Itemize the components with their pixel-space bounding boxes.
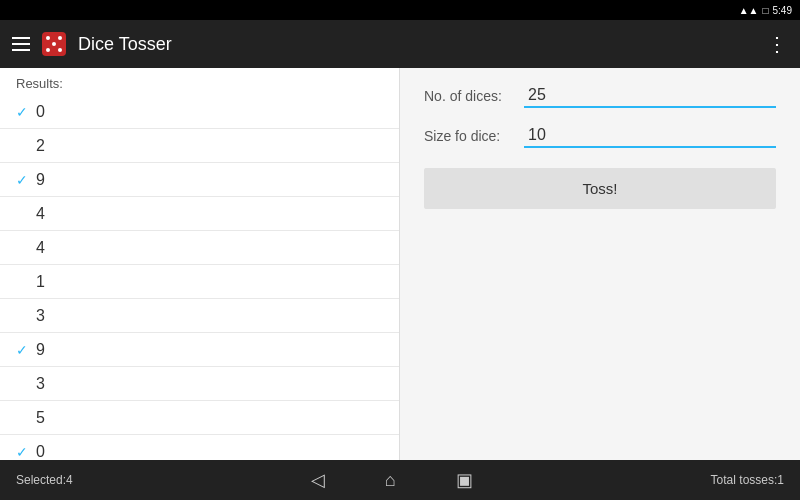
svg-point-5 (52, 42, 56, 46)
bottom-bar: Selected:4 ◁ ⌂ ▣ Total tosses:1 (0, 460, 800, 500)
svg-point-3 (46, 48, 50, 52)
result-item[interactable]: ✓0 (0, 435, 399, 460)
result-value: 1 (36, 273, 45, 291)
result-item[interactable]: 4 (0, 197, 399, 231)
menu-button[interactable] (12, 37, 30, 51)
result-item[interactable]: ✓9 (0, 333, 399, 367)
check-icon: ✓ (16, 104, 32, 120)
time-display: 5:49 (773, 5, 792, 16)
result-item[interactable]: 3 (0, 299, 399, 333)
result-value: 3 (36, 375, 45, 393)
controls-panel: No. of dices: Size fo dice: Toss! (400, 68, 800, 460)
app-icon (40, 30, 68, 58)
result-value: 4 (36, 239, 45, 257)
bottom-nav: ◁ ⌂ ▣ (73, 469, 711, 491)
more-options-button[interactable]: ⋮ (767, 32, 788, 56)
result-item[interactable]: ✓0 (0, 95, 399, 129)
recent-button[interactable]: ▣ (456, 469, 473, 491)
size-dices-row: Size fo dice: (424, 124, 776, 148)
svg-point-4 (58, 48, 62, 52)
total-tosses-status: Total tosses:1 (711, 473, 784, 487)
results-list: ✓02✓94413✓935✓0341 (0, 95, 399, 460)
home-button[interactable]: ⌂ (385, 470, 396, 491)
result-value: 3 (36, 307, 45, 325)
result-item[interactable]: 3 (0, 367, 399, 401)
selected-status: Selected:4 (16, 473, 73, 487)
num-dices-input[interactable] (524, 84, 776, 108)
result-value: 2 (36, 137, 45, 155)
result-value: 0 (36, 443, 45, 461)
wifi-icon: □ (762, 5, 768, 16)
num-dices-label: No. of dices: (424, 88, 524, 104)
size-dices-input[interactable] (524, 124, 776, 148)
result-value: 0 (36, 103, 45, 121)
result-value: 4 (36, 205, 45, 223)
result-value: 9 (36, 171, 45, 189)
size-dices-label: Size fo dice: (424, 128, 524, 144)
result-item[interactable]: 1 (0, 265, 399, 299)
toss-button[interactable]: Toss! (424, 168, 776, 209)
svg-point-2 (58, 36, 62, 40)
status-bar: ▲▲ □ 5:49 (0, 0, 800, 20)
result-value: 9 (36, 341, 45, 359)
signal-icon: ▲▲ (739, 5, 759, 16)
result-value: 5 (36, 409, 45, 427)
app-title: Dice Tosser (78, 34, 172, 55)
result-item[interactable]: 4 (0, 231, 399, 265)
check-icon: ✓ (16, 342, 32, 358)
back-button[interactable]: ◁ (311, 469, 325, 491)
check-icon: ✓ (16, 172, 32, 188)
main-content: Results: ✓02✓94413✓935✓0341 No. of dices… (0, 68, 800, 460)
results-header: Results: (0, 68, 399, 95)
svg-point-1 (46, 36, 50, 40)
app-bar: Dice Tosser ⋮ (0, 20, 800, 68)
results-panel: Results: ✓02✓94413✓935✓0341 (0, 68, 400, 460)
num-dices-row: No. of dices: (424, 84, 776, 108)
check-icon: ✓ (16, 444, 32, 460)
result-item[interactable]: 5 (0, 401, 399, 435)
result-item[interactable]: ✓9 (0, 163, 399, 197)
result-item[interactable]: 2 (0, 129, 399, 163)
